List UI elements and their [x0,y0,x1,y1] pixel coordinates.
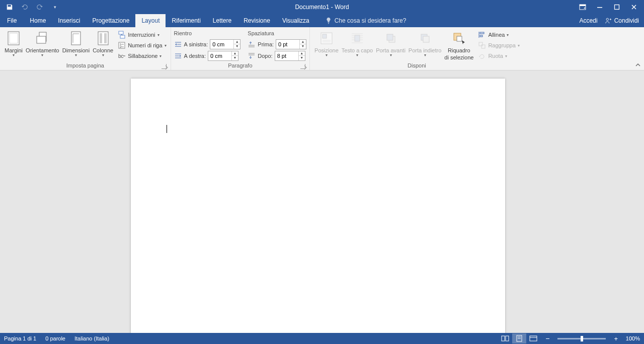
align-button[interactable]: Allinea ▾ [477,30,520,39]
svg-point-4 [606,18,608,20]
read-mode-icon[interactable] [498,333,512,343]
share-label: Condividi [614,17,639,24]
indent-left-input[interactable]: ▲▼ [210,39,240,49]
margins-button[interactable]: Margini ▾ [3,29,24,59]
zoom-level[interactable]: 100% [623,335,640,341]
chevron-down-icon: ▾ [102,53,104,58]
tell-me-search[interactable]: Che cosa si desidera fare? [319,14,413,27]
position-button: Posizione ▾ [313,29,340,59]
qat-customize-icon[interactable]: ▾ [50,3,59,12]
save-icon[interactable] [5,3,14,12]
zoom-thumb[interactable] [581,336,583,341]
svg-text:bc: bc [118,53,124,59]
svg-rect-13 [119,31,123,34]
columns-icon [95,30,111,46]
margins-icon [6,30,22,46]
indent-right-field[interactable] [208,51,231,60]
tab-layout[interactable]: Layout [135,14,166,27]
tab-file[interactable]: File [0,14,24,27]
zoom-out-icon[interactable]: − [545,334,549,342]
spin-up-icon[interactable]: ▲ [234,40,240,44]
indent-left-label: A sinistra: [184,41,208,47]
align-icon [478,31,486,39]
svg-rect-1 [580,5,586,6]
window-controls [579,3,644,11]
spacing-before-field[interactable] [276,40,299,49]
indent-right-input[interactable]: ▲▼ [208,51,238,61]
chevron-down-icon: ▾ [13,53,15,58]
indent-left-field[interactable] [210,40,233,49]
tab-home[interactable]: Home [24,14,52,27]
ribbon-tabs: File Home Inserisci Progettazione Layout… [0,14,644,27]
svg-rect-36 [506,336,509,341]
close-icon[interactable] [630,3,638,11]
orientation-icon [34,30,50,46]
web-layout-icon[interactable] [526,333,540,343]
window-title: Documento1 - Word [295,4,349,11]
spacing-after-label: Dopo: [258,53,272,59]
indent-right-label: A destra: [184,53,206,59]
undo-icon[interactable] [20,3,29,12]
redo-icon[interactable] [35,3,44,12]
wrap-text-icon [349,30,365,46]
svg-rect-23 [323,34,327,38]
tab-visualizza[interactable]: Visualizza [276,14,315,27]
selection-pane-button[interactable]: Riquadro di selezione [443,29,475,61]
status-bar: Pagina 1 di 1 0 parole Italiano (Italia)… [0,333,644,344]
svg-rect-31 [480,32,484,34]
svg-rect-40 [530,336,537,341]
status-language[interactable]: Italiano (Italia) [74,335,109,341]
line-numbers-button[interactable]: 12 Numeri di riga ▾ [117,41,167,50]
columns-button[interactable]: Colonne ▾ [91,29,115,59]
line-numbers-icon: 12 [118,41,126,49]
tab-lettere[interactable]: Lettere [207,14,237,27]
spin-up-icon[interactable]: ▲ [232,51,238,56]
spacing-heading: Spaziatura [248,29,306,38]
breaks-icon [118,31,126,39]
size-button[interactable]: Dimensioni ▾ [61,29,91,59]
group-label-page-setup: Imposta pagina [3,61,168,70]
spin-down-icon[interactable]: ▼ [299,56,305,60]
tab-riferimenti[interactable]: Riferimenti [166,14,206,27]
minimize-icon[interactable] [596,3,604,11]
dialog-launcher-icon[interactable] [300,64,305,69]
tab-inserisci[interactable]: Inserisci [52,14,86,27]
dialog-launcher-icon[interactable] [162,64,167,69]
group-label-paragraph: Paragrafo [174,61,306,70]
group-page-setup: Margini ▾ Orientamento ▾ Dimensioni ▾ [0,27,171,70]
maximize-icon[interactable] [613,3,621,11]
hyphenation-button[interactable]: bc Sillabazione ▾ [117,51,167,60]
document-area[interactable] [0,71,644,333]
tab-revisione[interactable]: Revisione [237,14,276,27]
share-button[interactable]: Condividi [605,17,639,24]
breaks-button[interactable]: Interruzioni ▾ [117,30,167,39]
spin-down-icon[interactable]: ▼ [234,44,240,49]
sign-in-link[interactable]: Accedi [580,17,598,24]
indent-heading: Rientro [174,29,241,38]
spacing-after-field[interactable] [275,51,298,60]
spacing-before-label: Prima: [258,41,274,47]
bring-forward-icon [383,30,399,46]
tell-me-placeholder: Che cosa si desidera fare? [335,17,407,24]
svg-rect-2 [597,7,602,8]
tab-progettazione[interactable]: Progettazione [86,14,135,27]
chevron-down-icon: ▾ [75,53,77,58]
spin-down-icon[interactable]: ▼ [300,44,306,49]
page[interactable] [131,79,505,333]
collapse-ribbon-icon[interactable] [635,62,641,68]
spacing-after-input[interactable]: ▲▼ [275,51,305,61]
status-page[interactable]: Pagina 1 di 1 [4,335,36,341]
status-word-count[interactable]: 0 parole [45,335,65,341]
orientation-button[interactable]: Orientamento ▾ [24,29,61,59]
zoom-slider[interactable] [557,338,606,339]
print-layout-icon[interactable] [512,333,526,343]
rotate-icon [478,52,486,60]
zoom-in-icon[interactable]: + [614,335,618,342]
spacing-before-input[interactable]: ▲▼ [276,39,306,49]
ribbon-display-options-icon[interactable] [579,3,587,11]
view-buttons [498,333,540,343]
group-paragraph: Rientro A sinistra: ▲▼ A destra: [171,27,310,70]
spin-up-icon[interactable]: ▲ [300,40,306,44]
spin-down-icon[interactable]: ▼ [232,56,238,60]
spin-up-icon[interactable]: ▲ [299,51,305,56]
